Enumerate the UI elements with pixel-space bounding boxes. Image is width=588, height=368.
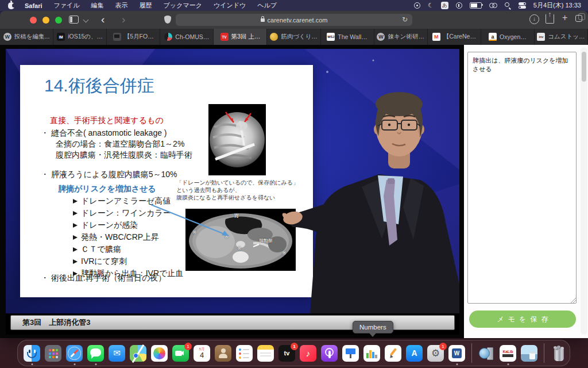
close-window-button[interactable] [30,17,37,24]
tab-carenet-tv-active[interactable]: TV 第3回 上… [214,29,267,45]
wordpress-icon: W [3,33,11,41]
focus-moon-icon[interactable]: ☾ [428,2,434,9]
video-stage: 14.術後合併症 直接、手術手技と関連するもの ・縫合不全( anastomot… [6,49,459,313]
menu-clock[interactable]: 5月4日(木) 13:33 [533,1,581,10]
arrow-bullet-icon [73,247,78,252]
address-bar[interactable]: carenetv.carenet.com ↻ [176,14,412,26]
forward-button[interactable]: › [122,13,125,26]
tab-label: iOS15の、… [68,33,103,41]
arrow-bullet-icon [73,235,78,240]
save-memo-button[interactable]: メモを保存 [469,310,576,328]
carenet-tv-icon: TV [220,33,229,41]
tab-kinniku[interactable]: 筋肉づくり… [267,29,320,45]
dock-contacts-icon[interactable] [215,345,231,362]
page-scrollbar[interactable] [581,47,587,335]
tab-bar: W 投稿を編集... iM iOS15の、… 【5月FO… Ch-OMUS… T… [0,29,588,45]
new-tab-button[interactable]: + [562,13,567,23]
dock-numbers-icon[interactable] [363,345,380,362]
dock-tooltip: Numbers [353,321,393,334]
dock-globe-server-app-icon[interactable] [478,345,495,362]
dock-photo-viewer-app-icon[interactable] [521,345,537,362]
dock-maps-icon[interactable] [130,345,146,362]
slide-bullet-1: ・縫合不全( anastomotic leakage ) [41,128,167,139]
tab-amazon-oxygen[interactable]: a Oxygen… [481,29,535,45]
tab-comstock[interactable]: inv コムストッ… [535,29,588,45]
tab-5gatsu-fo[interactable]: 【5月FO… [107,29,160,45]
reload-icon[interactable]: ↻ [402,16,408,24]
apple-menu-icon[interactable] [8,2,14,9]
ct-label-stomach: 胃 [234,212,239,220]
privacy-shield-icon[interactable] [164,16,171,24]
dock-messages-icon[interactable] [87,345,104,362]
mac-display-icon [113,33,121,41]
slide-arrow-item: ドレーンが感染 [73,220,138,231]
dock-notes-icon[interactable] [257,345,274,362]
video-player[interactable]: 14.術後合併症 直接、手術手技と関連するもの ・縫合不全( anastomot… [6,49,459,335]
tab-wsj[interactable]: WSJ The Wall… [321,29,374,45]
dock-settings-icon[interactable]: ⚙1 [427,345,444,362]
dock-word-icon[interactable]: W [448,345,465,362]
menu-item-bookmarks[interactable]: ブックマーク [164,1,202,10]
arrow-bullet-icon [73,211,78,216]
arrow-bullet-icon [73,223,78,228]
dock-facetime-icon[interactable]: 1 [172,345,189,362]
scrollbar-thumb[interactable] [582,52,586,82]
ct-asterisk: ※ [225,234,229,240]
tab-ios15[interactable]: iM iOS15の、… [53,29,107,45]
dock-appstore-icon[interactable]: A [406,345,423,362]
dock-reminders-icon[interactable] [236,345,253,362]
menu-item-safari[interactable]: Safari [25,2,42,9]
dock-trash-icon[interactable] [551,345,567,362]
menu-item-file[interactable]: ファイル [54,1,80,10]
dock-launchpad-icon[interactable] [45,345,61,362]
tab-renkin[interactable]: W 錬キン術研… [374,29,428,45]
sidebar-toggle-icon[interactable] [69,16,79,24]
dock-kalib-app-icon[interactable]: KaLib [500,345,516,362]
screen-record-icon[interactable] [414,2,420,9]
dock-safari-icon[interactable] [66,345,83,362]
dock-podcasts-icon[interactable] [321,345,338,362]
dock-calendar-icon[interactable]: 5月 4 [194,345,210,362]
dock-pages-icon[interactable] [385,345,401,362]
menu-item-help[interactable]: ヘルプ [257,1,277,10]
tab-label: 【CareNe… [443,33,476,41]
tab-overview-button[interactable] [575,15,582,22]
slide-arrow-item: ＣＴで膿瘍 [73,244,121,255]
vpn-link-icon[interactable] [489,3,497,9]
downloads-button[interactable]: ↓ [529,14,539,24]
info-status-icon[interactable] [456,2,462,9]
dock-music-icon[interactable]: ♪ [300,345,316,362]
tab-label: 【5月FO… [124,33,154,41]
menu-item-history[interactable]: 履歴 [140,1,152,10]
share-button[interactable]: ↑ [546,14,554,24]
dock-keynote-icon[interactable] [342,345,359,362]
menu-item-window[interactable]: ウインドウ [214,1,246,10]
muscle-site-icon [270,33,278,41]
chevron-down-icon[interactable] [83,17,89,23]
dock-mail-icon[interactable]: ✉ [109,345,125,362]
menu-item-view[interactable]: 表示 [115,1,128,10]
dock-photos-icon[interactable] [151,345,168,362]
browser-toolbar: ‹ › carenetv.carenet.com ↻ ↓ ↑ + [0,11,588,29]
input-source-icon[interactable]: あ [441,2,448,9]
dock-finder-icon[interactable] [24,345,40,362]
slide-red-heading: 直接、手術手技と関連するもの [50,116,164,126]
memo-textarea[interactable]: 脾摘出は、膵液瘻のリスクを増加させる [467,52,577,304]
control-center-icon[interactable] [519,2,526,9]
tab-gmail-carenet[interactable]: M 【CareNe… [428,29,481,45]
zoom-window-button[interactable] [55,17,62,24]
menu-item-edit[interactable]: 編集 [91,1,104,10]
amazon-icon: a [489,33,497,41]
tab-label: 第3回 上… [231,33,261,41]
tab-ch-omusubi[interactable]: Ch-OMUS… [160,29,214,45]
menu-status-area: ☾ あ 5月4日(木) 13:33 [414,1,588,10]
dock-divider [471,343,472,363]
minimize-window-button[interactable] [42,17,49,24]
battery-icon[interactable] [470,2,482,9]
notification-badge: 1 [291,343,298,350]
tab-wordpress-edit[interactable]: W 投稿を編集... [0,29,53,45]
back-button[interactable]: ‹ [101,13,105,26]
slide-arrow-item: IVRにて穿刺 [73,256,127,267]
spotlight-search-icon[interactable] [505,2,511,9]
dock-appletv-icon[interactable]: tv1 [278,345,295,362]
